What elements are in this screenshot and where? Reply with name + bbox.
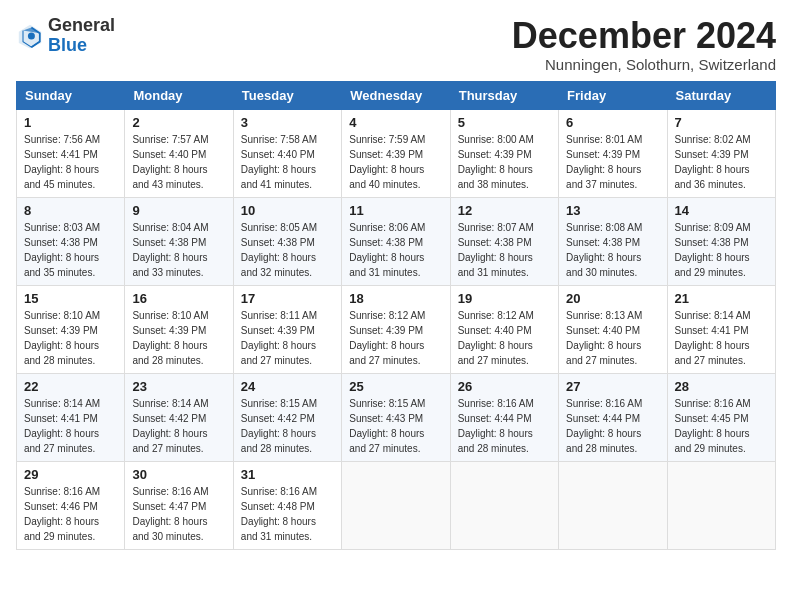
calendar-week-row: 1 Sunrise: 7:56 AMSunset: 4:41 PMDayligh… [17, 109, 776, 197]
day-number: 4 [349, 115, 442, 130]
day-number: 29 [24, 467, 117, 482]
day-number: 12 [458, 203, 551, 218]
day-info: Sunrise: 8:16 AMSunset: 4:47 PMDaylight:… [132, 484, 225, 544]
logo-icon [16, 22, 44, 50]
day-info: Sunrise: 7:58 AMSunset: 4:40 PMDaylight:… [241, 132, 334, 192]
day-number: 27 [566, 379, 659, 394]
day-info: Sunrise: 8:09 AMSunset: 4:38 PMDaylight:… [675, 220, 768, 280]
day-info: Sunrise: 7:57 AMSunset: 4:40 PMDaylight:… [132, 132, 225, 192]
calendar-cell: 24 Sunrise: 8:15 AMSunset: 4:42 PMDaylig… [233, 373, 341, 461]
calendar-header-tuesday: Tuesday [233, 81, 341, 109]
calendar-cell: 18 Sunrise: 8:12 AMSunset: 4:39 PMDaylig… [342, 285, 450, 373]
calendar-cell: 31 Sunrise: 8:16 AMSunset: 4:48 PMDaylig… [233, 461, 341, 549]
calendar-cell: 12 Sunrise: 8:07 AMSunset: 4:38 PMDaylig… [450, 197, 558, 285]
calendar-cell: 8 Sunrise: 8:03 AMSunset: 4:38 PMDayligh… [17, 197, 125, 285]
day-info: Sunrise: 8:04 AMSunset: 4:38 PMDaylight:… [132, 220, 225, 280]
day-info: Sunrise: 8:07 AMSunset: 4:38 PMDaylight:… [458, 220, 551, 280]
day-info: Sunrise: 8:15 AMSunset: 4:43 PMDaylight:… [349, 396, 442, 456]
calendar-cell: 29 Sunrise: 8:16 AMSunset: 4:46 PMDaylig… [17, 461, 125, 549]
day-info: Sunrise: 8:12 AMSunset: 4:39 PMDaylight:… [349, 308, 442, 368]
calendar-cell: 16 Sunrise: 8:10 AMSunset: 4:39 PMDaylig… [125, 285, 233, 373]
day-number: 28 [675, 379, 768, 394]
calendar-cell: 13 Sunrise: 8:08 AMSunset: 4:38 PMDaylig… [559, 197, 667, 285]
calendar-cell: 23 Sunrise: 8:14 AMSunset: 4:42 PMDaylig… [125, 373, 233, 461]
logo-blue-text: Blue [48, 35, 87, 55]
page-container: General Blue December 2024 Nunningen, So… [16, 16, 776, 550]
day-number: 16 [132, 291, 225, 306]
day-number: 6 [566, 115, 659, 130]
day-number: 22 [24, 379, 117, 394]
day-info: Sunrise: 8:10 AMSunset: 4:39 PMDaylight:… [24, 308, 117, 368]
day-number: 13 [566, 203, 659, 218]
day-info: Sunrise: 8:08 AMSunset: 4:38 PMDaylight:… [566, 220, 659, 280]
day-info: Sunrise: 8:13 AMSunset: 4:40 PMDaylight:… [566, 308, 659, 368]
day-number: 7 [675, 115, 768, 130]
day-number: 5 [458, 115, 551, 130]
calendar-cell [559, 461, 667, 549]
calendar-cell [667, 461, 775, 549]
day-info: Sunrise: 8:14 AMSunset: 4:42 PMDaylight:… [132, 396, 225, 456]
calendar-cell: 3 Sunrise: 7:58 AMSunset: 4:40 PMDayligh… [233, 109, 341, 197]
day-number: 1 [24, 115, 117, 130]
calendar-cell: 15 Sunrise: 8:10 AMSunset: 4:39 PMDaylig… [17, 285, 125, 373]
day-number: 2 [132, 115, 225, 130]
day-info: Sunrise: 8:16 AMSunset: 4:44 PMDaylight:… [566, 396, 659, 456]
month-title: December 2024 [512, 16, 776, 56]
day-info: Sunrise: 7:59 AMSunset: 4:39 PMDaylight:… [349, 132, 442, 192]
calendar-header-sunday: Sunday [17, 81, 125, 109]
day-number: 30 [132, 467, 225, 482]
day-info: Sunrise: 8:11 AMSunset: 4:39 PMDaylight:… [241, 308, 334, 368]
logo: General Blue [16, 16, 115, 56]
day-info: Sunrise: 8:16 AMSunset: 4:44 PMDaylight:… [458, 396, 551, 456]
calendar-header-friday: Friday [559, 81, 667, 109]
day-info: Sunrise: 8:16 AMSunset: 4:45 PMDaylight:… [675, 396, 768, 456]
day-number: 31 [241, 467, 334, 482]
location-title: Nunningen, Solothurn, Switzerland [512, 56, 776, 73]
calendar-cell: 26 Sunrise: 8:16 AMSunset: 4:44 PMDaylig… [450, 373, 558, 461]
day-number: 25 [349, 379, 442, 394]
day-info: Sunrise: 8:02 AMSunset: 4:39 PMDaylight:… [675, 132, 768, 192]
calendar-cell: 20 Sunrise: 8:13 AMSunset: 4:40 PMDaylig… [559, 285, 667, 373]
calendar-cell: 25 Sunrise: 8:15 AMSunset: 4:43 PMDaylig… [342, 373, 450, 461]
calendar-header-saturday: Saturday [667, 81, 775, 109]
day-number: 11 [349, 203, 442, 218]
day-number: 24 [241, 379, 334, 394]
logo-general-text: General [48, 15, 115, 35]
calendar-cell: 9 Sunrise: 8:04 AMSunset: 4:38 PMDayligh… [125, 197, 233, 285]
day-info: Sunrise: 7:56 AMSunset: 4:41 PMDaylight:… [24, 132, 117, 192]
day-number: 3 [241, 115, 334, 130]
day-info: Sunrise: 8:06 AMSunset: 4:38 PMDaylight:… [349, 220, 442, 280]
day-number: 14 [675, 203, 768, 218]
day-info: Sunrise: 8:12 AMSunset: 4:40 PMDaylight:… [458, 308, 551, 368]
day-number: 21 [675, 291, 768, 306]
calendar-header-row: SundayMondayTuesdayWednesdayThursdayFrid… [17, 81, 776, 109]
day-info: Sunrise: 8:01 AMSunset: 4:39 PMDaylight:… [566, 132, 659, 192]
day-info: Sunrise: 8:16 AMSunset: 4:48 PMDaylight:… [241, 484, 334, 544]
calendar-cell: 4 Sunrise: 7:59 AMSunset: 4:39 PMDayligh… [342, 109, 450, 197]
calendar-week-row: 8 Sunrise: 8:03 AMSunset: 4:38 PMDayligh… [17, 197, 776, 285]
calendar-cell: 7 Sunrise: 8:02 AMSunset: 4:39 PMDayligh… [667, 109, 775, 197]
day-number: 19 [458, 291, 551, 306]
day-info: Sunrise: 8:10 AMSunset: 4:39 PMDaylight:… [132, 308, 225, 368]
calendar-cell: 10 Sunrise: 8:05 AMSunset: 4:38 PMDaylig… [233, 197, 341, 285]
calendar-cell: 22 Sunrise: 8:14 AMSunset: 4:41 PMDaylig… [17, 373, 125, 461]
calendar-cell: 5 Sunrise: 8:00 AMSunset: 4:39 PMDayligh… [450, 109, 558, 197]
day-number: 20 [566, 291, 659, 306]
calendar-week-row: 22 Sunrise: 8:14 AMSunset: 4:41 PMDaylig… [17, 373, 776, 461]
calendar-cell [342, 461, 450, 549]
calendar-cell [450, 461, 558, 549]
day-info: Sunrise: 8:14 AMSunset: 4:41 PMDaylight:… [24, 396, 117, 456]
header: General Blue December 2024 Nunningen, So… [16, 16, 776, 73]
day-info: Sunrise: 8:03 AMSunset: 4:38 PMDaylight:… [24, 220, 117, 280]
day-number: 10 [241, 203, 334, 218]
day-number: 17 [241, 291, 334, 306]
calendar-table: SundayMondayTuesdayWednesdayThursdayFrid… [16, 81, 776, 550]
day-info: Sunrise: 8:00 AMSunset: 4:39 PMDaylight:… [458, 132, 551, 192]
day-info: Sunrise: 8:14 AMSunset: 4:41 PMDaylight:… [675, 308, 768, 368]
calendar-cell: 30 Sunrise: 8:16 AMSunset: 4:47 PMDaylig… [125, 461, 233, 549]
calendar-header-wednesday: Wednesday [342, 81, 450, 109]
day-number: 9 [132, 203, 225, 218]
calendar-cell: 1 Sunrise: 7:56 AMSunset: 4:41 PMDayligh… [17, 109, 125, 197]
day-number: 26 [458, 379, 551, 394]
calendar-cell: 2 Sunrise: 7:57 AMSunset: 4:40 PMDayligh… [125, 109, 233, 197]
